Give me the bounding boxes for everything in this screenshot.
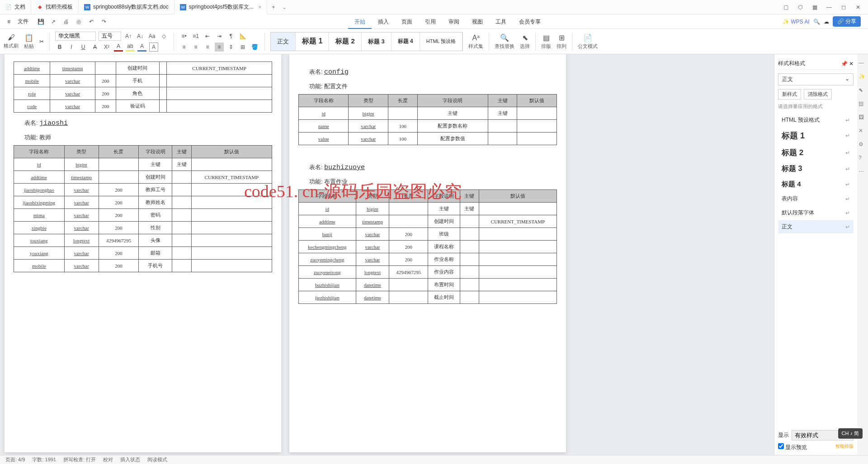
win-cube-icon[interactable]: ⬡: [794, 1, 807, 14]
superscript-icon[interactable]: X²: [102, 43, 111, 52]
win-app-icon[interactable]: ▢: [779, 1, 792, 14]
proof-status[interactable]: 校对: [103, 456, 113, 463]
tab-doc1[interactable]: Wspringboot88sly数据库文档.doc: [79, 0, 175, 14]
spellcheck-status[interactable]: 拼写检查: 打开: [63, 456, 96, 463]
select-tool-icon[interactable]: ⬉: [859, 87, 867, 95]
hamburger-icon[interactable]: ≡: [4, 19, 14, 25]
tab-docs[interactable]: 📄文档: [0, 0, 31, 14]
shading-icon[interactable]: A: [137, 43, 146, 52]
share-button[interactable]: 🔗 分享: [833, 16, 861, 27]
styleset-button[interactable]: Aᵃ样式集: [468, 33, 483, 50]
increase-font-icon[interactable]: A↑: [124, 32, 133, 41]
style-h4[interactable]: 标题 4: [392, 33, 420, 51]
preview-checkbox[interactable]: 显示预览: [778, 443, 807, 451]
export-icon[interactable]: ↗: [48, 17, 58, 27]
bullets-icon[interactable]: ≡•: [179, 32, 189, 41]
search-icon[interactable]: 🔍: [813, 19, 820, 25]
new-style-button[interactable]: 新样式: [778, 89, 801, 99]
current-style[interactable]: 正文⌄: [778, 73, 854, 85]
tab-doc2-active[interactable]: Wspringboot4psf5数据库文...×: [175, 0, 267, 14]
align-center-icon[interactable]: ≡: [191, 43, 200, 52]
bold-icon[interactable]: B: [55, 43, 64, 52]
save-icon[interactable]: 💾: [36, 17, 46, 27]
highlight-icon[interactable]: ab: [126, 43, 135, 52]
insert-status[interactable]: 插入状态: [120, 456, 140, 463]
underline-icon[interactable]: U: [79, 43, 88, 52]
strike-icon[interactable]: A̶: [90, 43, 99, 52]
border-icon[interactable]: ⊞: [238, 43, 247, 52]
pin-icon[interactable]: 📌: [841, 61, 848, 67]
ai-icon[interactable]: ✨: [859, 73, 867, 81]
clear-format-icon[interactable]: ◇: [159, 32, 168, 41]
style-html[interactable]: HTML 预设格: [420, 33, 463, 51]
mtab-tools[interactable]: 工具: [489, 14, 513, 29]
new-tab[interactable]: +: [267, 4, 279, 10]
mtab-ref[interactable]: 引用: [419, 14, 442, 29]
image-icon[interactable]: 🖼: [859, 114, 867, 122]
smart-layout[interactable]: 智能排版: [835, 443, 854, 451]
mtab-view[interactable]: 视图: [466, 14, 489, 29]
italic-icon[interactable]: I: [67, 43, 76, 52]
tab-template[interactable]: ◆找稻壳模板: [31, 0, 79, 14]
close-window-icon[interactable]: ✕: [852, 1, 864, 14]
undo-icon[interactable]: ↶: [86, 17, 96, 27]
find-replace[interactable]: 🔍查找替换: [495, 33, 514, 50]
inc-indent-icon[interactable]: ⇥: [215, 32, 224, 41]
paste-button[interactable]: 📋粘贴: [24, 33, 34, 50]
mtab-insert[interactable]: 插入: [372, 14, 395, 29]
arrange-button[interactable]: ⊞排列: [557, 33, 566, 50]
mtab-page[interactable]: 页面: [395, 14, 419, 29]
style-item[interactable]: 默认段落字体↵: [778, 206, 854, 219]
settings-icon[interactable]: ⚙: [859, 141, 867, 149]
wps-ai[interactable]: ✨ WPS AI: [783, 19, 810, 25]
win-grid-icon[interactable]: ▦: [808, 1, 821, 14]
minus-icon[interactable]: —: [859, 60, 867, 68]
select-button[interactable]: ⬉选择: [520, 33, 530, 50]
format-brush[interactable]: 🖌格式刷: [4, 33, 19, 49]
maximize-icon[interactable]: ◻: [837, 1, 850, 14]
line-spacing-icon[interactable]: ⇕: [226, 43, 236, 52]
document-workspace[interactable]: addtimetimestamp创建时间CURRENT_TIMESTAMPmob…: [0, 54, 774, 455]
help-icon[interactable]: ?: [859, 155, 867, 163]
more-icon[interactable]: ⋯: [859, 168, 867, 176]
style-normal[interactable]: 正文: [271, 33, 296, 51]
sort-button[interactable]: ▤排版: [541, 33, 551, 50]
decrease-font-icon[interactable]: A↓: [136, 32, 145, 41]
close-panel-icon[interactable]: ✕: [849, 61, 854, 67]
cloud-icon[interactable]: ☁: [824, 19, 829, 25]
style-item[interactable]: 表内容↵: [778, 192, 854, 205]
style-item[interactable]: 标题 4↵: [778, 177, 854, 191]
print-icon[interactable]: 🖨: [61, 17, 71, 27]
official-mode[interactable]: 📄公文模式: [578, 33, 598, 50]
style-item[interactable]: 标题 1↵: [778, 128, 854, 144]
char-border-icon[interactable]: A: [149, 43, 158, 52]
size-select[interactable]: [99, 32, 121, 41]
para-mark-icon[interactable]: ¶: [226, 32, 236, 41]
font-select[interactable]: [55, 32, 96, 41]
close-icon[interactable]: ×: [258, 4, 261, 10]
read-mode[interactable]: 阅读模式: [147, 456, 167, 463]
style-h3[interactable]: 标题 3: [362, 33, 392, 51]
fill-icon[interactable]: 🪣: [250, 43, 259, 52]
file-menu[interactable]: 文件: [14, 18, 32, 25]
style-item[interactable]: 标题 3↵: [778, 161, 854, 176]
numbering-icon[interactable]: ≡1: [191, 32, 200, 41]
style-item[interactable]: 正文↵: [778, 220, 854, 233]
toc-icon[interactable]: ▤: [859, 100, 867, 109]
change-case-icon[interactable]: Aa: [147, 32, 156, 41]
style-h2[interactable]: 标题 2: [329, 33, 362, 51]
redo-icon[interactable]: ↷: [99, 17, 109, 27]
dec-indent-icon[interactable]: ⇤: [203, 32, 212, 41]
tab-dropdown[interactable]: ⌄: [279, 4, 289, 10]
style-item[interactable]: HTML 预设格式↵: [778, 114, 854, 127]
align-left-icon[interactable]: ≡: [179, 43, 189, 52]
ruler-icon[interactable]: 📐: [238, 32, 247, 41]
style-gallery[interactable]: 正文 标题 1 标题 2 标题 3 标题 4 HTML 预设格: [270, 32, 463, 51]
tools-icon[interactable]: ✕: [859, 128, 867, 136]
style-item[interactable]: 标题 2↵: [778, 145, 854, 161]
mtab-member[interactable]: 会员专享: [513, 14, 547, 29]
cut-icon[interactable]: ✂: [39, 38, 44, 45]
mtab-review[interactable]: 审阅: [442, 14, 466, 29]
clear-format-button[interactable]: 清除格式: [804, 89, 832, 99]
minimize-icon[interactable]: —: [823, 1, 835, 14]
